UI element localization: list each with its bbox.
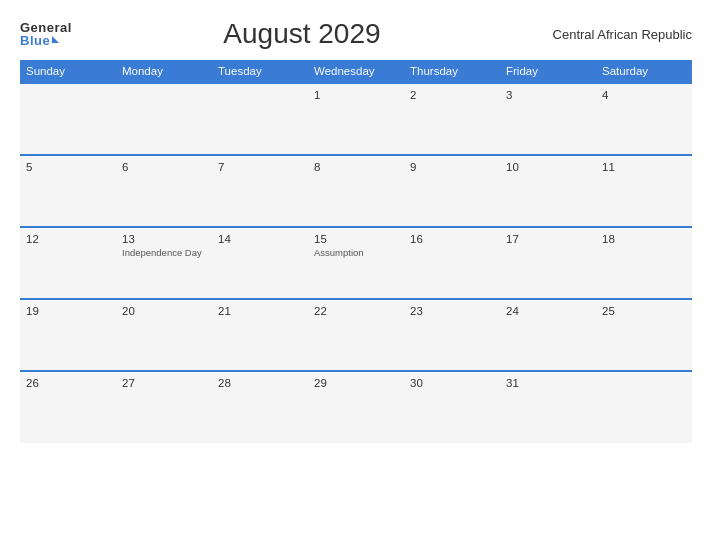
day-number: 5 bbox=[26, 161, 110, 173]
calendar-cell bbox=[116, 83, 212, 155]
calendar-cell: 31 bbox=[500, 371, 596, 443]
calendar-cell: 3 bbox=[500, 83, 596, 155]
calendar-cell: 26 bbox=[20, 371, 116, 443]
day-number: 3 bbox=[506, 89, 590, 101]
day-number: 18 bbox=[602, 233, 686, 245]
calendar-cell: 18 bbox=[596, 227, 692, 299]
country-label: Central African Republic bbox=[532, 27, 692, 42]
calendar-cell: 10 bbox=[500, 155, 596, 227]
calendar-cell: 8 bbox=[308, 155, 404, 227]
weekday-header-tuesday: Tuesday bbox=[212, 60, 308, 83]
day-number: 29 bbox=[314, 377, 398, 389]
calendar-cell: 23 bbox=[404, 299, 500, 371]
weekday-header-wednesday: Wednesday bbox=[308, 60, 404, 83]
calendar-week-row: 1213Independence Day1415Assumption161718 bbox=[20, 227, 692, 299]
day-number: 14 bbox=[218, 233, 302, 245]
day-number: 24 bbox=[506, 305, 590, 317]
calendar-cell: 11 bbox=[596, 155, 692, 227]
day-number: 7 bbox=[218, 161, 302, 173]
weekday-header-sunday: Sunday bbox=[20, 60, 116, 83]
calendar-cell: 7 bbox=[212, 155, 308, 227]
calendar-week-row: 567891011 bbox=[20, 155, 692, 227]
calendar-cell bbox=[212, 83, 308, 155]
page: General Blue August 2029 Central African… bbox=[0, 0, 712, 550]
calendar-cell: 16 bbox=[404, 227, 500, 299]
day-number: 16 bbox=[410, 233, 494, 245]
calendar-cell: 29 bbox=[308, 371, 404, 443]
day-number: 6 bbox=[122, 161, 206, 173]
day-number: 26 bbox=[26, 377, 110, 389]
calendar-week-row: 19202122232425 bbox=[20, 299, 692, 371]
day-event: Independence Day bbox=[122, 247, 206, 259]
day-number: 8 bbox=[314, 161, 398, 173]
calendar-cell: 5 bbox=[20, 155, 116, 227]
day-number: 20 bbox=[122, 305, 206, 317]
day-number: 22 bbox=[314, 305, 398, 317]
day-number: 25 bbox=[602, 305, 686, 317]
logo-triangle-icon bbox=[52, 36, 59, 43]
calendar-cell: 14 bbox=[212, 227, 308, 299]
calendar-cell: 28 bbox=[212, 371, 308, 443]
day-number: 10 bbox=[506, 161, 590, 173]
calendar-cell: 21 bbox=[212, 299, 308, 371]
day-number: 4 bbox=[602, 89, 686, 101]
calendar-cell: 22 bbox=[308, 299, 404, 371]
day-number: 13 bbox=[122, 233, 206, 245]
day-number: 9 bbox=[410, 161, 494, 173]
calendar-cell bbox=[596, 371, 692, 443]
day-number: 19 bbox=[26, 305, 110, 317]
weekday-header-friday: Friday bbox=[500, 60, 596, 83]
calendar-cell: 19 bbox=[20, 299, 116, 371]
calendar-cell: 2 bbox=[404, 83, 500, 155]
calendar-cell: 25 bbox=[596, 299, 692, 371]
calendar-cell: 12 bbox=[20, 227, 116, 299]
day-number: 31 bbox=[506, 377, 590, 389]
logo-blue-text: Blue bbox=[20, 34, 59, 47]
weekday-header-saturday: Saturday bbox=[596, 60, 692, 83]
calendar-cell: 15Assumption bbox=[308, 227, 404, 299]
day-number: 17 bbox=[506, 233, 590, 245]
calendar-cell: 6 bbox=[116, 155, 212, 227]
logo: General Blue bbox=[20, 21, 72, 47]
calendar-title: August 2029 bbox=[72, 18, 532, 50]
day-number: 15 bbox=[314, 233, 398, 245]
calendar-cell: 17 bbox=[500, 227, 596, 299]
calendar-week-row: 1234 bbox=[20, 83, 692, 155]
calendar-cell: 1 bbox=[308, 83, 404, 155]
day-number: 23 bbox=[410, 305, 494, 317]
calendar-cell: 4 bbox=[596, 83, 692, 155]
day-number: 11 bbox=[602, 161, 686, 173]
calendar-cell: 30 bbox=[404, 371, 500, 443]
header: General Blue August 2029 Central African… bbox=[20, 18, 692, 50]
calendar-cell: 27 bbox=[116, 371, 212, 443]
day-number: 2 bbox=[410, 89, 494, 101]
day-event: Assumption bbox=[314, 247, 398, 259]
day-number: 27 bbox=[122, 377, 206, 389]
day-number: 30 bbox=[410, 377, 494, 389]
weekday-header-thursday: Thursday bbox=[404, 60, 500, 83]
day-number: 1 bbox=[314, 89, 398, 101]
calendar-week-row: 262728293031 bbox=[20, 371, 692, 443]
calendar-cell bbox=[20, 83, 116, 155]
day-number: 12 bbox=[26, 233, 110, 245]
calendar-table: SundayMondayTuesdayWednesdayThursdayFrid… bbox=[20, 60, 692, 443]
day-number: 28 bbox=[218, 377, 302, 389]
calendar-cell: 9 bbox=[404, 155, 500, 227]
calendar-cell: 13Independence Day bbox=[116, 227, 212, 299]
calendar-cell: 24 bbox=[500, 299, 596, 371]
weekday-header-monday: Monday bbox=[116, 60, 212, 83]
weekday-header-row: SundayMondayTuesdayWednesdayThursdayFrid… bbox=[20, 60, 692, 83]
calendar-cell: 20 bbox=[116, 299, 212, 371]
day-number: 21 bbox=[218, 305, 302, 317]
